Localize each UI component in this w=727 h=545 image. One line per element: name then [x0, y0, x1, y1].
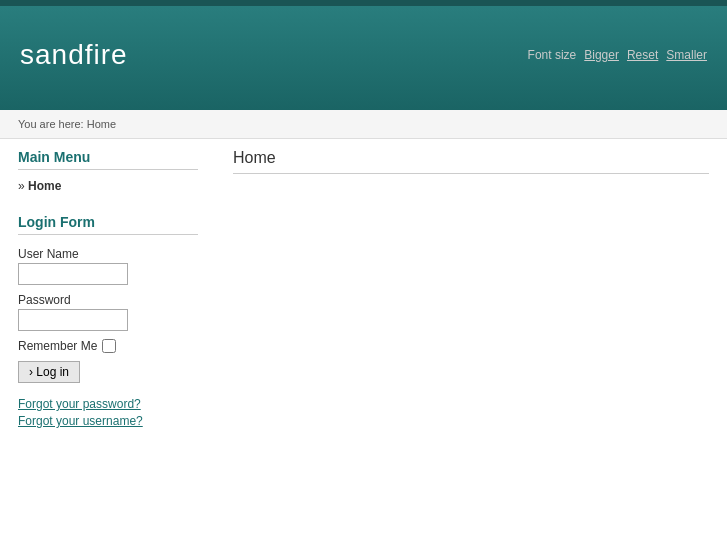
- header: sandfire Font size Bigger Reset Smaller: [0, 0, 727, 110]
- sidebar: Main Menu Home Login Form User Name Pass…: [18, 149, 213, 431]
- font-size-label: Font size: [528, 48, 577, 62]
- password-label: Password: [18, 293, 198, 307]
- password-input[interactable]: [18, 309, 128, 331]
- breadcrumb: You are here: Home: [0, 110, 727, 139]
- username-input[interactable]: [18, 263, 128, 285]
- login-form-title: Login Form: [18, 214, 198, 235]
- main-menu: Home: [18, 176, 198, 196]
- sidebar-item-home[interactable]: Home: [18, 176, 198, 196]
- breadcrumb-text: You are here: Home: [18, 118, 116, 130]
- font-size-controls: Font size Bigger Reset Smaller: [528, 48, 707, 62]
- login-button[interactable]: Log in: [18, 361, 80, 383]
- remember-me-group: Remember Me: [18, 339, 198, 353]
- main-layout: Main Menu Home Login Form User Name Pass…: [0, 139, 727, 441]
- remember-me-label: Remember Me: [18, 339, 97, 353]
- content-area: Home: [213, 149, 709, 431]
- font-bigger-button[interactable]: Bigger: [584, 48, 619, 62]
- font-smaller-button[interactable]: Smaller: [666, 48, 707, 62]
- content-title: Home: [233, 149, 709, 174]
- site-title: sandfire: [20, 39, 128, 71]
- username-group: User Name: [18, 247, 198, 285]
- forgot-username-link[interactable]: Forgot your username?: [18, 414, 198, 428]
- main-menu-title: Main Menu: [18, 149, 198, 170]
- username-label: User Name: [18, 247, 198, 261]
- forgot-password-link[interactable]: Forgot your password?: [18, 397, 198, 411]
- remember-me-checkbox[interactable]: [102, 339, 116, 353]
- sidebar-item-home-label: Home: [28, 179, 61, 193]
- password-group: Password: [18, 293, 198, 331]
- login-links: Forgot your password? Forgot your userna…: [18, 397, 198, 428]
- font-reset-button[interactable]: Reset: [627, 48, 658, 62]
